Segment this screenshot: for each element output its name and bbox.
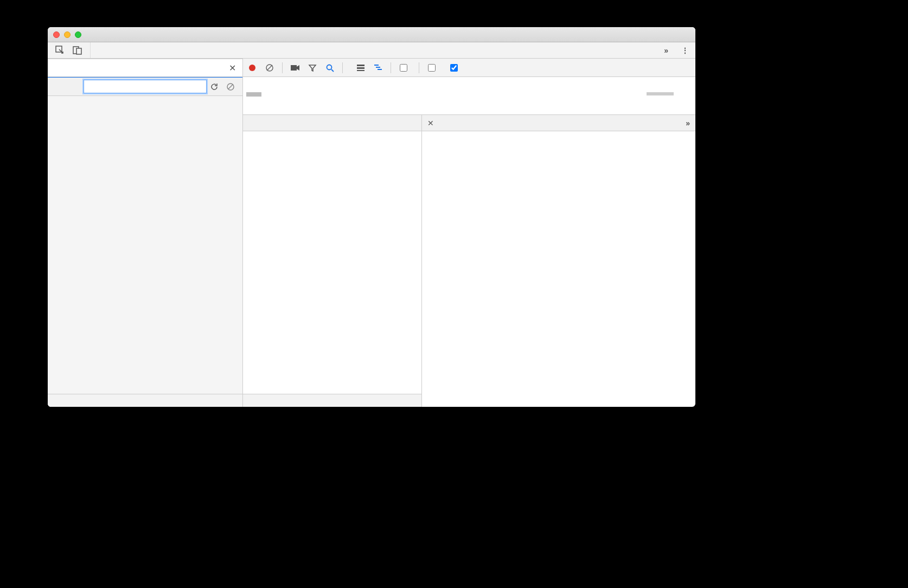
device-icon[interactable] (73, 46, 82, 55)
network-toolbar (243, 59, 695, 77)
close-detail-icon[interactable]: ✕ (422, 119, 439, 127)
request-list (243, 115, 422, 407)
name-column-header[interactable] (243, 115, 421, 131)
filter-icon[interactable] (306, 62, 318, 74)
timeline-activity (647, 92, 674, 95)
clear-log-icon[interactable] (264, 62, 276, 74)
svg-rect-14 (374, 65, 379, 66)
main-tabs: » ⋮ (48, 42, 695, 59)
waterfall-view-icon[interactable] (372, 62, 384, 74)
zoom-window-button[interactable] (75, 31, 81, 38)
svg-rect-2 (76, 48, 81, 54)
svg-rect-12 (357, 67, 365, 69)
clear-icon[interactable] (226, 82, 239, 91)
svg-line-10 (331, 69, 334, 72)
request-summary (243, 394, 421, 407)
svg-point-5 (249, 65, 255, 71)
close-icon[interactable]: ✕ (227, 61, 238, 75)
disable-cache-checkbox[interactable] (448, 62, 463, 73)
svg-rect-8 (291, 65, 297, 71)
svg-rect-15 (376, 67, 380, 68)
svg-line-4 (228, 85, 233, 89)
timeline[interactable] (243, 77, 695, 115)
titlebar (48, 27, 695, 42)
kebab-menu-icon[interactable]: ⋮ (675, 46, 695, 55)
inspect-icon[interactable] (55, 46, 65, 55)
refresh-icon[interactable] (210, 82, 223, 91)
close-window-button[interactable] (53, 31, 60, 38)
svg-line-7 (267, 65, 272, 71)
search-sidebar: ✕ (48, 59, 243, 407)
timeline-activity (246, 92, 261, 97)
search-icon[interactable] (324, 62, 336, 74)
more-detail-tabs-icon[interactable]: » (680, 119, 695, 127)
minimize-window-button[interactable] (64, 31, 71, 38)
record-icon[interactable] (246, 62, 258, 74)
svg-point-9 (327, 65, 332, 69)
search-input[interactable] (84, 80, 207, 93)
svg-rect-16 (378, 69, 382, 70)
group-by-frame-checkbox[interactable] (398, 62, 412, 73)
more-tabs-icon[interactable]: » (657, 46, 675, 55)
camera-icon[interactable] (289, 62, 301, 74)
list-view-icon[interactable] (355, 62, 367, 74)
request-detail: ✕ » (422, 115, 695, 407)
preserve-log-checkbox[interactable] (426, 62, 440, 73)
svg-rect-13 (357, 70, 365, 71)
svg-rect-11 (357, 65, 365, 66)
